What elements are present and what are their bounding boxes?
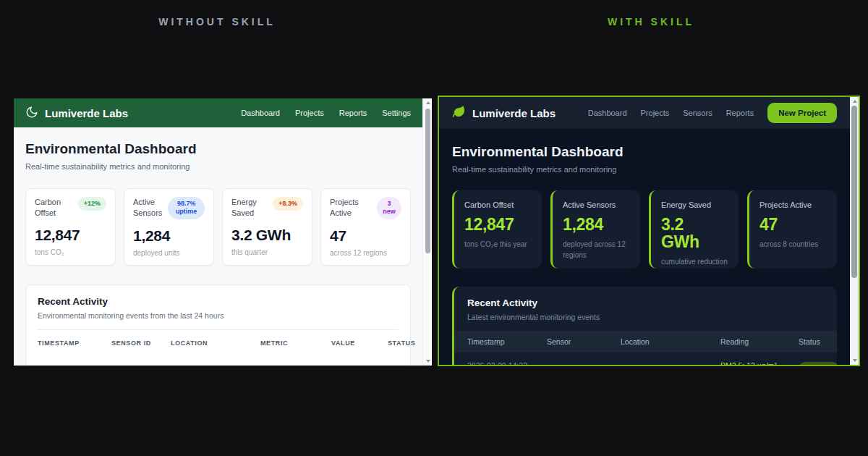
stat-card-energy-saved: Energy Saved 3.2 GWh cumulative reductio… — [649, 190, 739, 269]
left-brand: Lumiverde Labs — [25, 106, 128, 121]
stat-badge: 3 new — [377, 197, 401, 219]
stat-sub: across 12 regions — [330, 249, 401, 257]
cell-reading: PM2.5: 12 µg/m³ — [720, 360, 794, 365]
scrollbar-thumb[interactable] — [425, 109, 430, 253]
left-activity-table: Timestamp Sensor ID Location Metric Valu… — [38, 329, 399, 366]
col-sensor: Sensor — [547, 337, 616, 346]
stat-label: Energy Saved — [661, 200, 728, 209]
stat-sub: tons CO₂e this year — [464, 240, 532, 250]
right-nav-reports[interactable]: Reports — [726, 109, 754, 117]
moon-icon — [25, 106, 38, 121]
col-timestamp: Timestamp — [38, 339, 107, 349]
stat-value: 12,847 — [464, 216, 532, 233]
stat-card-energy-saved: Energy Saved +8.3% 3.2 GWh this quarter — [222, 188, 312, 266]
stat-badge: +8.3% — [273, 197, 303, 211]
col-value: Value — [331, 339, 383, 349]
right-brand: Lumiverde Labs — [452, 105, 556, 121]
right-activity-subtitle: Latest environmental monitoring events — [454, 313, 837, 321]
stat-label: Active Sensors — [133, 197, 165, 219]
stat-badge: +12% — [78, 197, 106, 211]
col-location: Location — [171, 339, 256, 349]
panel-with-skill: Lumiverde Labs Dashboard Projects Sensor… — [438, 96, 860, 366]
table-row: 2026-02-09 14:32 SNS-0847 Amazon Basin, … — [38, 355, 399, 366]
left-brand-name: Lumiverde Labs — [45, 107, 128, 119]
stat-value: 3.2 GWh — [231, 227, 303, 244]
left-activity-subtitle: Environmental monitoring events from the… — [38, 311, 399, 320]
stat-badge: 98.7% uptime — [168, 197, 205, 219]
left-nav: Dashboard Projects Reports Settings — [241, 109, 411, 117]
stat-sub: cumulative reduction — [661, 257, 728, 268]
without-skill-label: WITHOUT SKILL — [0, 16, 434, 28]
stat-label: Active Sensors — [563, 200, 630, 209]
col-status: Status — [388, 339, 415, 349]
left-recent-activity-card: Recent Activity Environmental monitoring… — [25, 284, 411, 366]
scrollbar-thumb[interactable] — [851, 106, 857, 278]
right-table-header: Timestamp Sensor Location Reading Status — [454, 331, 837, 352]
stat-value: 1,284 — [133, 227, 205, 245]
col-metric: Metric — [260, 339, 327, 349]
scroll-up-icon[interactable] — [426, 101, 430, 104]
stat-value: 3.2 GWh — [661, 216, 707, 250]
left-nav-dashboard[interactable]: Dashboard — [241, 109, 280, 117]
with-skill-label: WITH SKILL — [434, 16, 868, 28]
new-project-button[interactable]: New Project — [767, 103, 837, 123]
stat-label: Projects Active — [760, 200, 827, 209]
stat-sub: deployed units — [133, 249, 205, 257]
left-activity-title: Recent Activity — [38, 296, 399, 307]
stat-card-active-sensors: Active Sensors 1,284 deployed across 12 … — [550, 190, 640, 269]
scroll-down-icon[interactable] — [853, 359, 857, 362]
panel-without-skill: Lumiverde Labs Dashboard Projects Report… — [14, 98, 432, 366]
right-page-subtitle: Real-time sustainability metrics and mon… — [452, 165, 837, 174]
right-brand-name: Lumiverde Labs — [472, 107, 556, 119]
leaf-icon — [452, 105, 466, 121]
stat-value: 1,284 — [563, 216, 630, 233]
stat-card-carbon-offset: Carbon Offset 12,847 tons CO₂e this year — [452, 190, 542, 269]
cell-timestamp: 2026-02-09 14:32 — [467, 360, 542, 365]
stat-label: Projects Active — [330, 197, 370, 219]
left-page-subtitle: Real-time sustainability metrics and mon… — [25, 162, 411, 171]
left-scrollbar[interactable] — [422, 98, 432, 366]
stat-card-projects-active: Projects Active 3 new 47 across 12 regio… — [320, 188, 411, 266]
stat-card-active-sensors: Active Sensors 98.7% uptime 1,284 deploy… — [124, 188, 214, 266]
left-nav-reports[interactable]: Reports — [339, 109, 367, 117]
left-nav-settings[interactable]: Settings — [382, 109, 411, 117]
stat-label: Energy Saved — [231, 197, 270, 219]
table-row: 2026-02-09 14:32 AQ-Node-0871 São Paulo,… — [454, 352, 837, 365]
right-nav-dashboard[interactable]: Dashboard — [588, 109, 627, 117]
right-page-title: Environmental Dashboard — [452, 144, 837, 160]
right-activity-title: Recent Activity — [454, 297, 837, 308]
right-recent-activity-card: Recent Activity Latest environmental mon… — [452, 287, 837, 365]
right-scrollbar[interactable] — [850, 97, 859, 365]
right-app-header: Lumiverde Labs Dashboard Projects Sensor… — [439, 97, 850, 129]
stat-value: 47 — [760, 216, 827, 233]
col-location: Location — [621, 337, 716, 346]
left-page-title: Environmental Dashboard — [25, 141, 411, 157]
cell-timestamp: 2026-02-09 14:32 — [38, 364, 107, 366]
right-stat-cards: Carbon Offset 12,847 tons CO₂e this year… — [452, 190, 837, 269]
stat-sub: deployed across 12 regions — [563, 240, 630, 261]
right-nav-projects[interactable]: Projects — [641, 109, 670, 117]
cell-location: Amazon Basin, BR — [171, 364, 256, 366]
scroll-up-icon[interactable] — [853, 100, 857, 103]
col-sensor-id: Sensor ID — [111, 339, 166, 349]
left-nav-projects[interactable]: Projects — [295, 109, 324, 117]
cell-metric: CO₂ Absorption — [260, 364, 327, 366]
stat-value: 47 — [330, 227, 401, 245]
stat-sub: across 8 countries — [760, 240, 827, 250]
right-nav-sensors[interactable]: Sensors — [683, 109, 712, 117]
cell-sensor: AQ-Node-0871 — [547, 360, 616, 365]
stat-card-projects-active: Projects Active 47 across 8 countries — [747, 190, 837, 269]
left-app-header: Lumiverde Labs Dashboard Projects Report… — [14, 98, 422, 127]
col-timestamp: Timestamp — [467, 337, 542, 346]
stat-sub: this quarter — [231, 248, 303, 256]
stat-card-carbon-offset: Carbon Offset +12% 12,847 tons CO₂ — [25, 188, 116, 266]
col-status: Status — [799, 337, 824, 346]
stat-label: Carbon Offset — [35, 197, 75, 219]
cell-sensor-id: SNS-0847 — [111, 364, 166, 366]
stat-sub: tons CO₂ — [35, 248, 106, 256]
cell-value: 342 — [331, 364, 383, 366]
stat-value: 12,847 — [35, 227, 106, 244]
scroll-down-icon[interactable] — [426, 360, 430, 363]
left-stat-cards: Carbon Offset +12% 12,847 tons CO₂ Activ… — [25, 188, 411, 266]
right-nav: Dashboard Projects Sensors Reports New P… — [588, 103, 837, 123]
